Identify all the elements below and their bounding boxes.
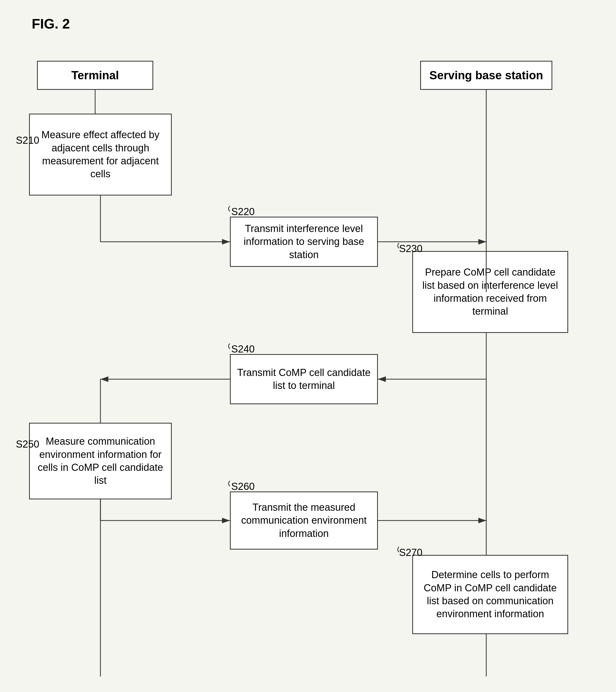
- s210-label: S210: [16, 135, 39, 146]
- s260-box: Transmit the measured communication envi…: [230, 492, 378, 549]
- s210-box: Measure effect affected by adjacent cell…: [29, 114, 172, 196]
- s250-box: Measure communication environment inform…: [29, 423, 172, 499]
- s240-label: S240: [231, 344, 255, 355]
- s220-label: S220: [231, 206, 255, 217]
- s270-label: S270: [399, 547, 423, 558]
- s220-box: Transmit interference level information …: [230, 217, 378, 267]
- s230-label: S230: [399, 243, 423, 255]
- s250-label: S250: [16, 439, 39, 450]
- s260-label: S260: [231, 481, 255, 492]
- s230-box: Prepare CoMP cell candidate list based o…: [412, 251, 568, 333]
- serving-bs-box: Serving base station: [420, 61, 552, 90]
- s240-box: Transmit CoMP cell candidate list to ter…: [230, 354, 378, 404]
- s270-box: Determine cells to perform CoMP in CoMP …: [412, 555, 568, 634]
- terminal-box: Terminal: [37, 61, 153, 90]
- fig-label: FIG. 2: [32, 16, 70, 32]
